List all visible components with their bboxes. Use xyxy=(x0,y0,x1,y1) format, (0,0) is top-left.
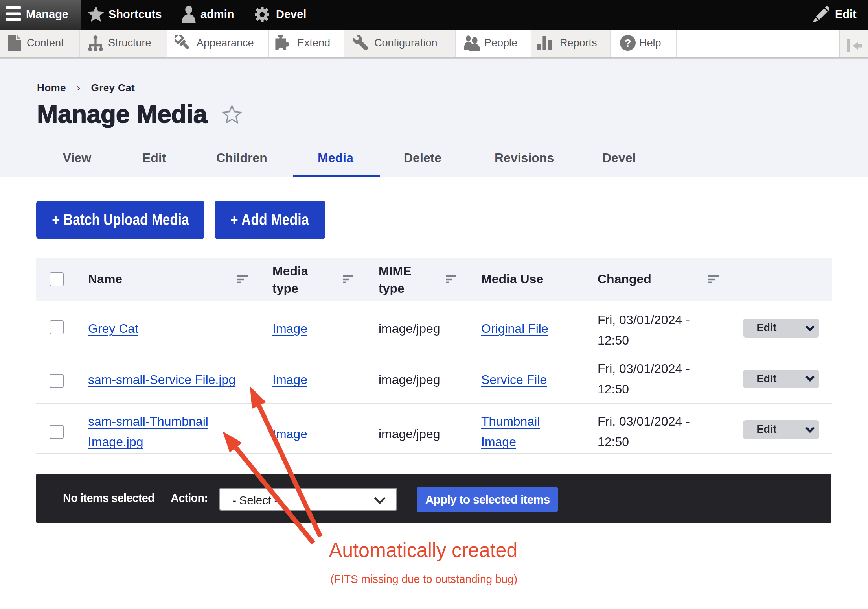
svg-text:?: ? xyxy=(624,37,631,49)
